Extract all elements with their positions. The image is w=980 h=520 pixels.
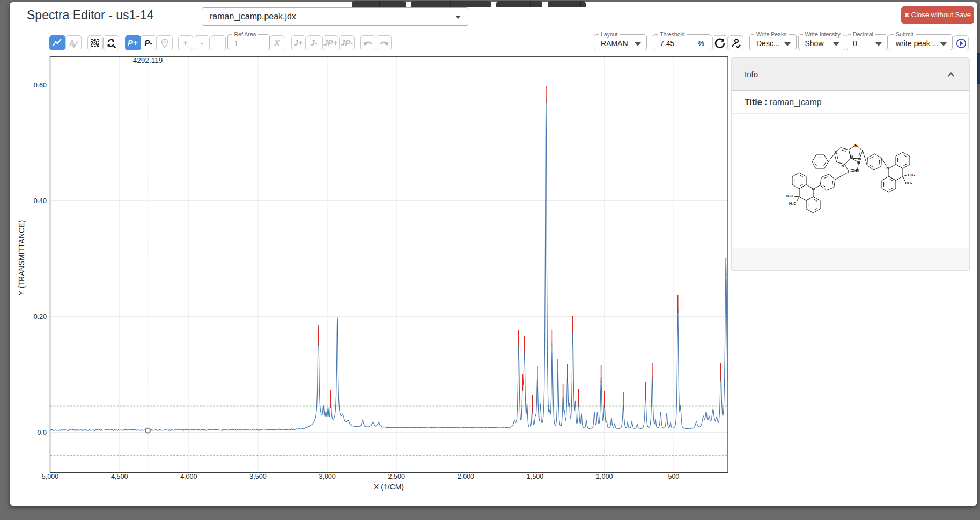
svg-text:4,000: 4,000 (180, 473, 197, 480)
svg-text:4,500: 4,500 (111, 473, 128, 480)
svg-text:500: 500 (668, 473, 679, 480)
svg-text:0.40: 0.40 (34, 197, 47, 205)
svg-text:0.60: 0.60 (34, 81, 47, 89)
svg-text:Y (TRANSMITTANCE): Y (TRANSMITTANCE) (17, 220, 26, 295)
svg-text:3,000: 3,000 (319, 473, 335, 480)
svg-text:4292.119: 4292.119 (133, 56, 163, 64)
svg-text:0.20: 0.20 (34, 313, 47, 321)
svg-text:0.0: 0.0 (38, 429, 47, 436)
svg-text:1,000: 1,000 (596, 473, 613, 480)
svg-text:3,500: 3,500 (249, 473, 266, 480)
svg-text:2,500: 2,500 (388, 473, 405, 480)
svg-text:5,000: 5,000 (42, 473, 58, 480)
svg-text:2,000: 2,000 (458, 473, 474, 480)
svg-text:1,500: 1,500 (527, 473, 543, 480)
svg-text:X (1/CM): X (1/CM) (374, 482, 404, 491)
